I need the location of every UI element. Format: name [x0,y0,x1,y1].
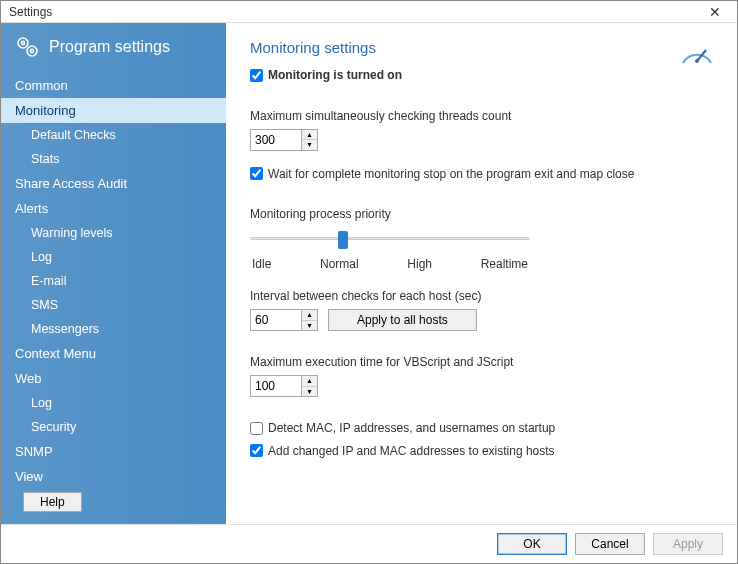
detect-mac-checkbox[interactable]: Detect MAC, IP addresses, and usernames … [250,421,555,435]
add-changed-label: Add changed IP and MAC addresses to exis… [268,444,555,458]
interval-spinner[interactable]: ▲ ▼ [250,309,318,331]
detect-mac-label: Detect MAC, IP addresses, and usernames … [268,421,555,435]
interval-up-icon[interactable]: ▲ [302,310,317,321]
sidebar-item-alerts[interactable]: Alerts [1,196,226,221]
priority-slider[interactable]: IdleNormalHighRealtime [250,231,530,271]
apply-all-hosts-button[interactable]: Apply to all hosts [328,309,477,331]
body: Program settings CommonMonitoringDefault… [1,23,737,524]
svg-point-3 [30,49,33,52]
close-icon[interactable]: ✕ [699,2,731,22]
add-changed-checkbox[interactable]: Add changed IP and MAC addresses to exis… [250,444,555,458]
slider-tick: High [407,257,432,271]
titlebar: Settings ✕ [1,1,737,23]
exec-down-icon[interactable]: ▼ [302,387,317,397]
threads-spinner[interactable]: ▲ ▼ [250,129,318,151]
slider-thumb[interactable] [338,231,348,249]
sidebar-header: Program settings [1,23,226,73]
sidebar-item-snmp[interactable]: SNMP [1,439,226,464]
threads-down-icon[interactable]: ▼ [302,140,317,150]
monitoring-on-label: Monitoring is turned on [268,68,402,82]
monitoring-on-checkbox[interactable]: Monitoring is turned on [250,68,402,82]
priority-label: Monitoring process priority [250,207,713,221]
sidebar: Program settings CommonMonitoringDefault… [1,23,226,524]
sidebar-footer: Help [1,484,226,524]
threads-label: Maximum simultaneously checking threads … [250,109,713,123]
speedometer-icon [679,37,715,73]
page-title: Monitoring settings [250,39,713,56]
threads-input[interactable] [251,130,301,150]
help-button[interactable]: Help [23,492,82,512]
cancel-button[interactable]: Cancel [575,533,645,555]
sidebar-item-share-access-audit[interactable]: Share Access Audit [1,171,226,196]
monitoring-on-input[interactable] [250,69,263,82]
exec-time-input[interactable] [251,376,301,396]
sidebar-title: Program settings [49,38,170,56]
window-title: Settings [9,5,52,19]
slider-tick: Idle [252,257,271,271]
gear-icon [15,35,39,59]
slider-labels: IdleNormalHighRealtime [250,257,530,271]
wait-stop-checkbox[interactable]: Wait for complete monitoring stop on the… [250,167,634,181]
sidebar-item-e-mail[interactable]: E-mail [1,269,226,293]
detect-mac-input[interactable] [250,422,263,435]
sidebar-item-log[interactable]: Log [1,391,226,415]
sidebar-item-monitoring[interactable]: Monitoring [1,98,226,123]
sidebar-item-log[interactable]: Log [1,245,226,269]
sidebar-item-sms[interactable]: SMS [1,293,226,317]
wait-stop-label: Wait for complete monitoring stop on the… [268,167,634,181]
svg-point-1 [21,41,24,44]
main-panel: Monitoring settings Monitoring is turned… [226,23,737,524]
exec-time-spinner[interactable]: ▲ ▼ [250,375,318,397]
interval-input[interactable] [251,310,301,330]
svg-point-0 [18,38,28,48]
interval-down-icon[interactable]: ▼ [302,321,317,331]
sidebar-item-view[interactable]: View [1,464,226,484]
sidebar-item-security[interactable]: Security [1,415,226,439]
sidebar-item-messengers[interactable]: Messengers [1,317,226,341]
sidebar-item-warning-levels[interactable]: Warning levels [1,221,226,245]
apply-button[interactable]: Apply [653,533,723,555]
sidebar-item-web[interactable]: Web [1,366,226,391]
exec-time-label: Maximum execution time for VBScript and … [250,355,713,369]
slider-track [250,237,530,240]
slider-tick: Realtime [481,257,528,271]
sidebar-item-context-menu[interactable]: Context Menu [1,341,226,366]
sidebar-item-stats[interactable]: Stats [1,147,226,171]
sidebar-item-common[interactable]: Common [1,73,226,98]
sidebar-item-default-checks[interactable]: Default Checks [1,123,226,147]
add-changed-input[interactable] [250,444,263,457]
ok-button[interactable]: OK [497,533,567,555]
svg-point-5 [695,59,699,63]
threads-up-icon[interactable]: ▲ [302,130,317,141]
exec-up-icon[interactable]: ▲ [302,376,317,387]
slider-tick: Normal [320,257,359,271]
sidebar-nav: CommonMonitoringDefault ChecksStatsShare… [1,73,226,484]
svg-point-2 [27,46,37,56]
interval-label: Interval between checks for each host (s… [250,289,713,303]
footer: OK Cancel Apply [1,524,737,563]
wait-stop-input[interactable] [250,167,263,180]
